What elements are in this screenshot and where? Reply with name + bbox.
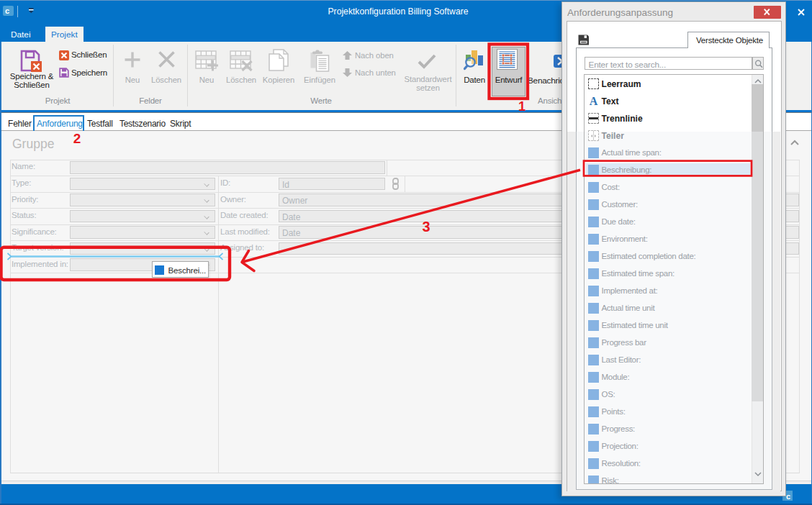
svg-text:2: 2 [73, 131, 81, 146]
svg-text:1: 1 [518, 99, 525, 114]
svg-text:3: 3 [422, 219, 430, 235]
